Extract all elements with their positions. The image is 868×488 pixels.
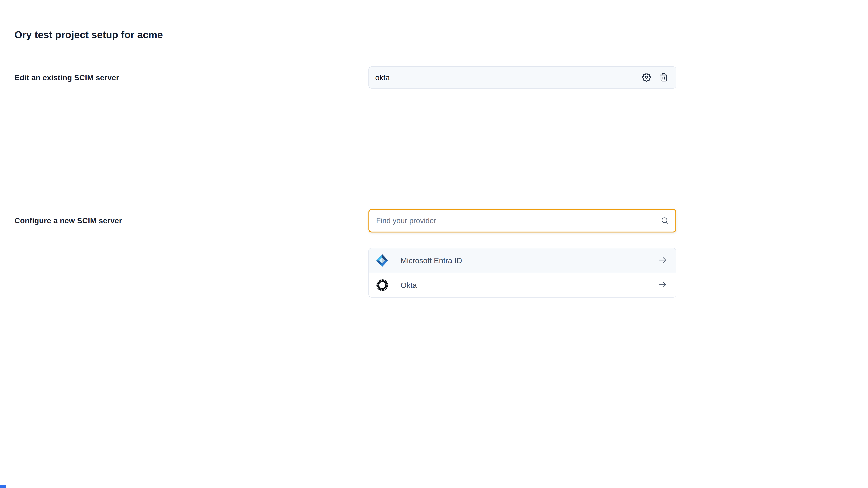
existing-scim-server-card: okta xyxy=(368,66,676,89)
bottom-left-blue-marker xyxy=(0,485,6,488)
provider-search-input[interactable] xyxy=(368,209,676,232)
provider-list: Microsoft Entra ID xyxy=(368,248,676,297)
provider-row-microsoft-entra-id[interactable]: Microsoft Entra ID xyxy=(369,248,676,273)
heading-edit-existing-scim-server: Edit an existing SCIM server xyxy=(14,73,119,82)
arrow-right-icon xyxy=(658,255,668,266)
delete-server-button[interactable] xyxy=(658,72,670,84)
provider-label: Microsoft Entra ID xyxy=(401,256,658,265)
scim-server-name: okta xyxy=(375,73,641,82)
provider-row-okta[interactable]: Okta xyxy=(369,273,676,297)
provider-label: Okta xyxy=(401,281,658,290)
microsoft-entra-id-logo xyxy=(375,253,389,268)
trash-icon xyxy=(659,73,668,83)
configure-server-button[interactable] xyxy=(641,72,652,84)
page-title: Ory test project setup for acme xyxy=(14,29,163,40)
heading-configure-new-scim-server: Configure a new SCIM server xyxy=(14,216,122,225)
arrow-right-icon xyxy=(658,280,668,291)
gear-icon xyxy=(642,73,651,83)
provider-search xyxy=(368,209,676,232)
okta-logo xyxy=(375,278,389,293)
